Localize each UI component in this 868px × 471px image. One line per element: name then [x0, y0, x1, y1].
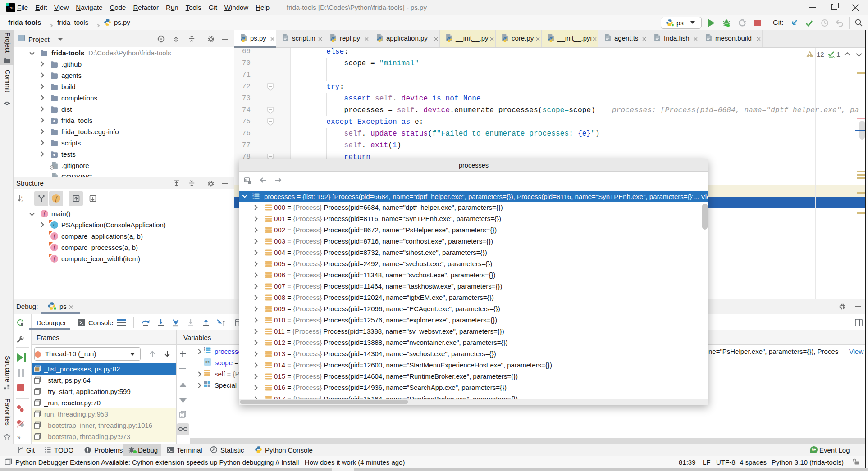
svg-text:3: 3: [252, 197, 254, 200]
svg-text:z: z: [21, 199, 23, 203]
